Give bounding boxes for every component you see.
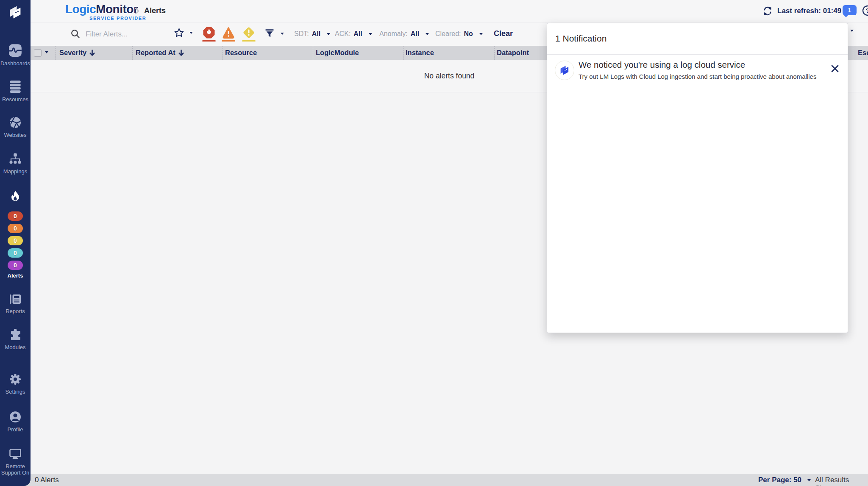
- anomaly-filter-value: All: [411, 30, 419, 38]
- alert-count-badge-sdt[interactable]: 0: [8, 248, 23, 258]
- mappings-icon: [8, 152, 22, 166]
- modules-icon: [8, 328, 22, 342]
- cleared-filter-dropdown[interactable]: Cleared: No: [435, 30, 483, 38]
- chevron-down-icon: [281, 33, 284, 35]
- message-badge-count: 1: [848, 7, 851, 14]
- sdt-filter-value: All: [312, 30, 320, 38]
- breadcrumb-current-page: Alerts: [144, 6, 166, 15]
- top-bar: LogicMonitor SERVICE PROVIDER Alerts Las…: [31, 0, 868, 22]
- notification-item-title: We noticed you're using a log cloud serv…: [579, 60, 745, 70]
- logicmonitor-mark-icon: [8, 4, 22, 20]
- sidebar-item-settings[interactable]: Settings: [0, 372, 31, 395]
- alert-count-badge-error[interactable]: 0: [8, 224, 23, 233]
- close-icon[interactable]: [830, 64, 840, 73]
- error-filter-active-underline: [222, 40, 235, 42]
- sidebar-item-label: Websites: [4, 132, 26, 138]
- alert-count-badge-critical[interactable]: 0: [8, 211, 23, 221]
- critical-filter-active-underline: [202, 40, 216, 42]
- chevron-down-icon: [479, 33, 483, 35]
- alerts-count-status: 0 Alerts: [35, 476, 59, 484]
- help-icon[interactable]: ?: [862, 5, 868, 16]
- chevron-down-icon: [369, 33, 372, 35]
- reports-icon: [8, 293, 22, 305]
- critical-flame-icon: [203, 26, 215, 39]
- sort-descending-icon: [89, 50, 95, 56]
- clear-filters-button[interactable]: Clear: [494, 29, 513, 38]
- column-header-resource[interactable]: Resource: [225, 46, 257, 60]
- severity-filter-critical[interactable]: [202, 26, 216, 42]
- message-notification-badge[interactable]: 1: [843, 5, 857, 15]
- column-header-reported-at[interactable]: Reported At: [136, 46, 184, 60]
- select-all-checkbox[interactable]: [34, 49, 42, 57]
- sidebar-item-mappings[interactable]: Mappings: [0, 152, 31, 175]
- gear-icon: [8, 372, 22, 386]
- chevron-down-icon: [327, 33, 330, 35]
- cleared-filter-label: Cleared:: [435, 30, 461, 38]
- refresh-icon[interactable]: [762, 6, 773, 17]
- logicmonitor-mark-icon: [555, 61, 574, 80]
- sidebar-item-label: Settings: [6, 389, 25, 395]
- sidebar-item-dashboards[interactable]: Dashboards: [0, 43, 31, 67]
- search-icon: [70, 29, 81, 41]
- notification-item-description: Try out LM Logs with Cloud Log ingestion…: [579, 73, 816, 80]
- alert-count-badge-cleared[interactable]: 0: [8, 261, 23, 270]
- column-header-datapoint[interactable]: Datapoint: [497, 46, 529, 60]
- logicmonitor-app: LogicMonitor SERVICE PROVIDER Alerts Las…: [0, 0, 868, 486]
- column-header-logicmodule[interactable]: LogicModule: [316, 46, 359, 60]
- table-options-chevron-icon[interactable]: [850, 30, 854, 32]
- sidebar-item-modules[interactable]: Modules: [0, 328, 31, 350]
- per-page-dropdown[interactable]: Per Page: 50: [758, 476, 811, 484]
- alerts-flame-icon: [0, 190, 31, 204]
- column-header-instance[interactable]: Instance: [406, 46, 434, 60]
- alert-count-badge-warning[interactable]: 0: [8, 236, 23, 245]
- per-page-label: Per Page: 50: [758, 476, 801, 484]
- error-triangle-icon: [222, 26, 235, 39]
- severity-filter-warning[interactable]: [242, 26, 256, 42]
- notification-item[interactable]: We noticed you're using a log cloud serv…: [547, 55, 848, 99]
- user-avatar-icon: [8, 410, 22, 424]
- column-header-severity[interactable]: Severity: [59, 46, 95, 60]
- logicmonitor-sidebar-logo[interactable]: [0, 4, 31, 20]
- no-alerts-message: No alerts found: [424, 72, 475, 81]
- dashboards-icon: [8, 43, 22, 58]
- sidebar-item-resources[interactable]: Resources: [0, 79, 31, 103]
- sidebar-item-label: Resources: [2, 96, 28, 103]
- notification-panel-title: 1 Notification: [555, 33, 606, 44]
- sdt-filter-dropdown[interactable]: SDT: All: [294, 30, 330, 38]
- sidebar-item-websites[interactable]: Websites: [0, 116, 31, 138]
- advanced-filter-button[interactable]: [264, 28, 284, 39]
- selection-menu-chevron-icon[interactable]: [45, 51, 48, 53]
- anomaly-filter-dropdown[interactable]: Anomaly: All: [379, 30, 429, 38]
- sidebar-item-profile[interactable]: Profile: [0, 410, 31, 433]
- sidebar-item-label: Mappings: [3, 168, 27, 175]
- results-shown-status: All Results Shown: [815, 476, 868, 486]
- status-bar: 0 Alerts Per Page: 50 All Results Shown: [0, 474, 868, 486]
- sidebar-item-label: Remote Support On: [1, 463, 30, 476]
- logo-text-primary: Logic: [65, 3, 96, 16]
- resources-icon: [8, 79, 22, 94]
- severity-filter-error[interactable]: [221, 26, 236, 42]
- websites-icon: [8, 116, 22, 129]
- filter-alerts-search-input[interactable]: [85, 28, 165, 41]
- logo-text-secondary: Monitor: [96, 3, 138, 16]
- column-header-escalation[interactable]: Esc: [858, 46, 868, 60]
- warning-diamond-icon: [242, 26, 255, 39]
- logicmonitor-logo[interactable]: LogicMonitor: [65, 3, 138, 16]
- notification-panel: 1 Notification We noticed you're using a…: [547, 23, 848, 333]
- sidebar-item-reports[interactable]: Reports: [0, 293, 31, 314]
- sort-descending-icon: [178, 50, 184, 56]
- sidebar-item-label: Modules: [5, 344, 25, 350]
- warning-filter-active-underline: [242, 40, 256, 42]
- sidebar-item-alerts-label[interactable]: Alerts: [0, 272, 31, 279]
- funnel-icon: [264, 28, 275, 39]
- anomaly-filter-label: Anomaly:: [379, 30, 408, 38]
- saved-filters-star-button[interactable]: [174, 28, 193, 38]
- sidebar-item-remote-support[interactable]: Remote Support On: [0, 448, 31, 476]
- chevron-down-icon: [189, 32, 193, 34]
- ack-filter-dropdown[interactable]: ACK: All: [335, 30, 372, 38]
- sidebar-item-label: Reports: [6, 308, 25, 314]
- breadcrumb-chevron-icon: [134, 7, 140, 17]
- remote-monitor-icon: [8, 448, 22, 461]
- sidebar-item-label: Dashboards: [0, 60, 30, 67]
- chevron-down-icon: [807, 479, 811, 481]
